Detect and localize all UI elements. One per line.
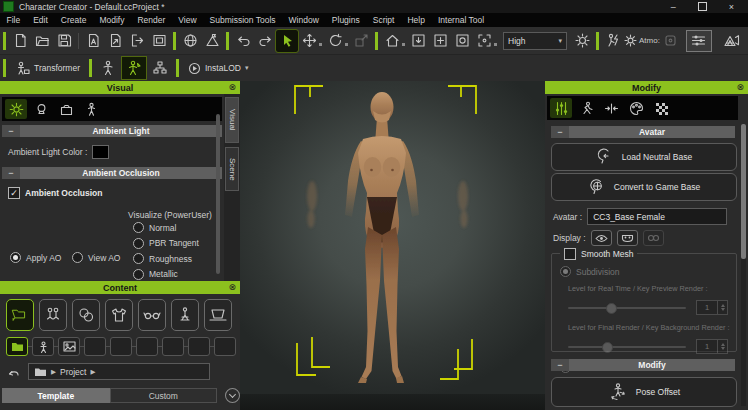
spinner-arrows[interactable] xyxy=(717,340,727,353)
smooth-mesh-checkbox-row[interactable]: Smooth Mesh xyxy=(560,248,637,260)
view-ao-radio[interactable]: View AO xyxy=(72,252,120,263)
camera-frame-button[interactable] xyxy=(451,30,473,52)
tab-lights[interactable] xyxy=(30,99,52,119)
breadcrumb[interactable]: ▶ Project ▶ xyxy=(28,363,210,380)
hierarchy-button[interactable] xyxy=(148,57,172,79)
camera-fit-button[interactable] xyxy=(429,30,451,52)
close-panel-icon[interactable]: ⊗ xyxy=(736,81,744,94)
chain-slot-empty[interactable] xyxy=(188,337,210,356)
transformer-button[interactable]: Transformer xyxy=(9,57,86,79)
radio-selected-icon[interactable] xyxy=(560,266,571,277)
ambient-light-section[interactable]: − Ambient Light xyxy=(2,125,222,137)
scale-tool-button[interactable] xyxy=(350,30,372,52)
modify-scrollbar-thumb[interactable] xyxy=(741,124,746,259)
display-visible-button[interactable] xyxy=(591,230,612,246)
instalod-button[interactable]: InstaLOD ▾ xyxy=(182,57,254,79)
checkbox-checked-icon[interactable]: ✓ xyxy=(8,187,20,199)
pack-project-button[interactable] xyxy=(201,30,223,52)
close-button[interactable]: × xyxy=(729,2,734,12)
tab-modify-texture[interactable] xyxy=(650,98,672,118)
rotate-tool-button[interactable] xyxy=(324,30,346,52)
radio-icon[interactable] xyxy=(133,269,144,280)
dropdown-dot[interactable] xyxy=(319,43,322,46)
display-link-button[interactable] xyxy=(643,230,664,246)
tab-modify-attribute[interactable] xyxy=(550,98,572,118)
dropdown-dot[interactable] xyxy=(345,43,348,46)
avatar-name-field[interactable]: CC3_Base Female xyxy=(587,208,727,225)
viewport-3d[interactable] xyxy=(240,81,545,410)
modify-section[interactable]: − Modify xyxy=(551,359,735,371)
chain-slot-actor[interactable] xyxy=(32,337,54,356)
category-actor-button[interactable] xyxy=(39,299,67,331)
menu-item-edit[interactable]: Edit xyxy=(27,13,55,27)
frame-select-button[interactable] xyxy=(473,30,495,52)
menu-item-view[interactable]: View xyxy=(172,13,203,27)
subdivision-radio[interactable]: Subdivision xyxy=(560,266,736,277)
radio-icon[interactable] xyxy=(133,238,144,249)
redo-button[interactable] xyxy=(254,30,276,52)
side-tab-scene[interactable]: Scene xyxy=(225,147,239,191)
collapse-icon[interactable]: − xyxy=(2,125,20,137)
new-project-button[interactable] xyxy=(9,30,31,52)
close-panel-icon[interactable]: ⊗ xyxy=(228,81,236,94)
edit-motion-button[interactable] xyxy=(122,57,146,79)
minimize-button[interactable]: – xyxy=(671,2,676,12)
chain-slot-empty[interactable] xyxy=(136,337,158,356)
shadow-catcher-button[interactable] xyxy=(660,30,682,52)
chain-slot-empty[interactable] xyxy=(162,337,184,356)
collapse-icon[interactable]: − xyxy=(551,126,569,138)
final-level-slider[interactable] xyxy=(568,346,686,348)
ambient-occlusion-checkbox-row[interactable]: ✓ Ambient Occlusion xyxy=(8,187,224,199)
render-image-button[interactable] xyxy=(148,30,170,52)
display-settings-button[interactable] xyxy=(686,30,712,52)
chain-slot-empty[interactable] xyxy=(214,337,236,356)
apply-ao-radio[interactable]: Apply AO xyxy=(10,252,61,263)
maximize-button[interactable] xyxy=(698,2,707,11)
menu-item-script[interactable]: Script xyxy=(366,13,401,27)
category-accessory-button[interactable] xyxy=(138,299,166,331)
collapse-icon[interactable]: − xyxy=(2,167,20,179)
tab-custom[interactable]: Custom xyxy=(110,388,218,403)
tab-pose-visual[interactable] xyxy=(80,99,102,119)
radio-selected-icon[interactable] xyxy=(10,252,21,263)
collapse-tabs-icon[interactable] xyxy=(225,388,240,403)
modify-scrollbar[interactable] xyxy=(741,124,746,406)
radio-icon[interactable] xyxy=(133,253,144,264)
preview-animation-button[interactable] xyxy=(602,30,624,52)
menu-item-window[interactable]: Window xyxy=(282,13,325,27)
export-button[interactable] xyxy=(104,30,126,52)
ambient-light-color-swatch[interactable] xyxy=(92,145,109,159)
chain-slot-image[interactable] xyxy=(58,337,80,356)
tab-template[interactable]: Template xyxy=(2,388,110,403)
avatar-section[interactable]: − Avatar xyxy=(551,126,735,138)
move-tool-button[interactable] xyxy=(298,30,320,52)
atmosphere-toggle[interactable]: Atmo: xyxy=(624,34,660,47)
final-level-spinner[interactable]: 1 xyxy=(696,339,728,354)
tab-render[interactable] xyxy=(55,99,77,119)
tab-modify-animation[interactable] xyxy=(575,98,597,118)
viewport-mode-button[interactable] xyxy=(720,30,742,52)
category-project-button[interactable] xyxy=(6,299,34,331)
spinner-down-icon[interactable] xyxy=(721,347,725,350)
spinner-up-icon[interactable] xyxy=(721,304,725,307)
open-project-button[interactable] xyxy=(31,30,53,52)
collapse-icon[interactable]: − xyxy=(551,359,569,371)
checkbox-unchecked-icon[interactable] xyxy=(564,248,576,260)
pose-offset-button[interactable]: Pose Offset xyxy=(551,377,737,407)
visual-scrollbar[interactable] xyxy=(216,114,220,274)
radio-icon[interactable] xyxy=(72,252,83,263)
menu-item-create[interactable]: Create xyxy=(54,13,93,27)
chain-slot-empty[interactable] xyxy=(110,337,132,356)
tab-modify-material[interactable] xyxy=(625,98,647,118)
close-panel-icon[interactable]: ⊗ xyxy=(228,281,236,294)
visualize-option-pbr-tangent[interactable]: PBR Tangent xyxy=(133,238,210,249)
realtime-level-slider[interactable] xyxy=(568,307,686,309)
realtime-light-button[interactable] xyxy=(571,30,593,52)
undo-button[interactable] xyxy=(232,30,254,52)
dropdown-dot[interactable] xyxy=(402,43,405,46)
menu-item-plugins[interactable]: Plugins xyxy=(325,13,366,27)
convert-to-game-base-button[interactable]: Convert to Game Base xyxy=(551,173,737,201)
back-icon[interactable] xyxy=(6,366,20,378)
display-mask-button[interactable] xyxy=(617,230,638,246)
realtime-level-spinner[interactable]: 1 xyxy=(696,300,728,315)
